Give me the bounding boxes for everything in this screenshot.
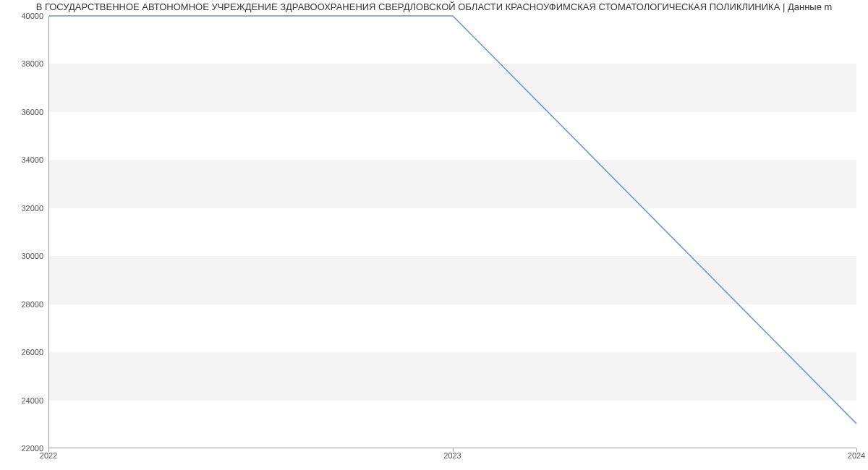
- chart-container: В ГОСУДАРСТВЕННОЕ АВТОНОМНОЕ УЧРЕЖДЕНИЕ …: [0, 0, 868, 470]
- x-tick-label: 2023: [443, 451, 461, 460]
- y-tick-label: 24000: [0, 396, 43, 405]
- x-tick-label: 2022: [40, 451, 57, 460]
- y-tick-label: 26000: [0, 348, 43, 356]
- chart-title: В ГОСУДАРСТВЕННОЕ АВТОНОМНОЕ УЧРЕЖДЕНИЕ …: [0, 1, 868, 14]
- y-tick-label: 40000: [0, 12, 43, 20]
- plot-area: [48, 16, 856, 448]
- y-tick-label: 22000: [0, 444, 43, 453]
- y-tick-label: 28000: [0, 300, 43, 309]
- line-series: [49, 16, 856, 448]
- y-tick-label: 36000: [0, 108, 43, 116]
- y-tick-label: 30000: [0, 252, 43, 260]
- y-tick-label: 34000: [0, 155, 43, 164]
- y-tick-label: 38000: [0, 59, 43, 68]
- x-tick-label: 2024: [848, 451, 865, 460]
- y-tick-label: 32000: [0, 204, 43, 213]
- series-line: [49, 16, 856, 424]
